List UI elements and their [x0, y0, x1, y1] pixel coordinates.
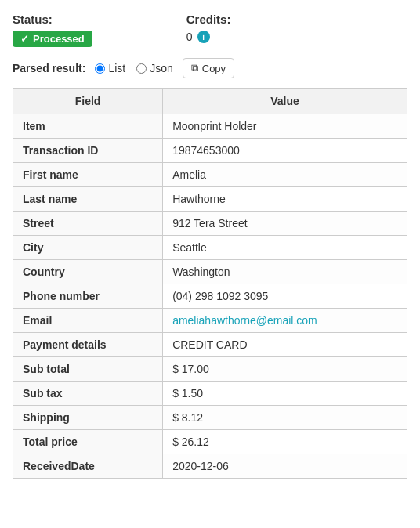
table-cell-field: City	[13, 236, 163, 260]
copy-button[interactable]: ⧉ Copy	[183, 58, 234, 78]
table-cell-value: 19874653000	[163, 139, 407, 163]
table-header-row: Field Value	[13, 89, 407, 114]
table-cell-field: Item	[13, 114, 163, 139]
table-cell-value: CREDIT CARD	[163, 333, 407, 357]
radio-list-option[interactable]: List	[95, 62, 125, 74]
table-row: Sub tax$ 1.50	[13, 382, 407, 406]
radio-group: List Json	[95, 62, 172, 74]
table-row: Total price$ 26.12	[13, 430, 407, 454]
table-cell-value: Hawthorne	[163, 187, 407, 212]
table-cell-field: Sub total	[13, 357, 163, 382]
table-cell-field: Total price	[13, 430, 163, 454]
table-cell-field: Email	[13, 309, 163, 333]
column-header-field: Field	[13, 89, 163, 114]
radio-json-input[interactable]	[136, 63, 147, 74]
radio-list-label: List	[108, 62, 125, 74]
table-cell-value: 2020-12-06	[163, 454, 407, 479]
credits-value-row: 0 i	[186, 31, 231, 43]
table-cell-value: $ 8.12	[163, 406, 407, 430]
table-cell-field: Last name	[13, 187, 163, 212]
table-row: Transaction ID19874653000	[13, 139, 407, 163]
email-link[interactable]: ameliahawthorne@email.com	[172, 314, 317, 327]
info-icon[interactable]: i	[197, 31, 210, 43]
table-cell-value: ameliahawthorne@email.com	[163, 309, 407, 333]
table-cell-value: Amelia	[163, 163, 407, 187]
table-cell-value: (04) 298 1092 3095	[163, 284, 407, 309]
status-badge-text: Processed	[33, 33, 85, 45]
column-header-value: Value	[163, 89, 407, 114]
table-cell-field: Phone number	[13, 284, 163, 309]
credits-value: 0	[186, 31, 193, 43]
table-cell-value: 912 Tera Street	[163, 212, 407, 236]
table-row: Emailameliahawthorne@email.com	[13, 309, 407, 333]
table-cell-field: ReceivedDate	[13, 454, 163, 479]
checkmark-icon: ✓	[20, 33, 29, 45]
table-row: First nameAmelia	[13, 163, 407, 187]
status-section: Status: ✓ Processed	[13, 13, 92, 47]
table-cell-field: Shipping	[13, 406, 163, 430]
radio-list-input[interactable]	[95, 63, 105, 74]
credits-label: Credits:	[186, 13, 231, 26]
table-cell-value: Seattle	[163, 236, 407, 260]
parsed-result-row: Parsed result: List Json ⧉ Copy	[13, 58, 407, 78]
table-row: CitySeattle	[13, 236, 407, 260]
table-cell-value: $ 26.12	[163, 430, 407, 454]
table-row: Last nameHawthorne	[13, 187, 407, 212]
credits-section: Credits: 0 i	[186, 13, 231, 43]
copy-icon: ⧉	[191, 62, 198, 74]
table-row: ItemMoonprint Holder	[13, 114, 407, 139]
table-row: Payment detailsCREDIT CARD	[13, 333, 407, 357]
table-cell-value: $ 1.50	[163, 382, 407, 406]
table-cell-field: Street	[13, 212, 163, 236]
table-cell-field: Payment details	[13, 333, 163, 357]
table-cell-value: Washington	[163, 260, 407, 284]
radio-json-option[interactable]: Json	[136, 62, 173, 74]
table-row: ReceivedDate2020-12-06	[13, 454, 407, 479]
status-label: Status:	[13, 13, 92, 26]
table-row: CountryWashington	[13, 260, 407, 284]
status-badge: ✓ Processed	[13, 31, 92, 47]
table-row: Street912 Tera Street	[13, 212, 407, 236]
table-cell-field: First name	[13, 163, 163, 187]
status-credits-row: Status: ✓ Processed Credits: 0 i	[13, 13, 407, 47]
table-cell-value: Moonprint Holder	[163, 114, 407, 139]
table-cell-value: $ 17.00	[163, 357, 407, 382]
table-row: Phone number(04) 298 1092 3095	[13, 284, 407, 309]
table-row: Sub total$ 17.00	[13, 357, 407, 382]
table-cell-field: Country	[13, 260, 163, 284]
parsed-result-label: Parsed result:	[13, 62, 85, 74]
table-cell-field: Sub tax	[13, 382, 163, 406]
copy-button-label: Copy	[202, 63, 226, 74]
data-table: Field Value ItemMoonprint HolderTransact…	[13, 88, 407, 479]
table-cell-field: Transaction ID	[13, 139, 163, 163]
table-row: Shipping$ 8.12	[13, 406, 407, 430]
radio-json-label: Json	[150, 62, 173, 74]
